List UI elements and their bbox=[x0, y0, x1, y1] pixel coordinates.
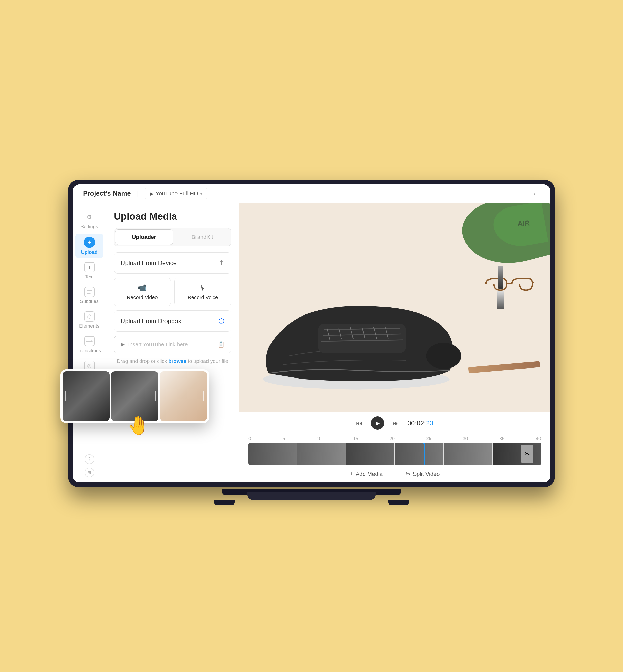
sidebar-item-upload[interactable]: + Upload bbox=[75, 234, 103, 258]
page-background: Project's Name | ▶ YouTube Full HD ▾ ← ⚙ bbox=[0, 0, 623, 672]
sidebar: ⚙ Settings + Upload T Text bbox=[73, 203, 106, 483]
sidebar-label-elements: Elements bbox=[79, 323, 99, 329]
youtube-icon: ▶ bbox=[121, 341, 125, 348]
sidebar-label-transitions: Transitions bbox=[77, 348, 101, 354]
laptop-screen: Project's Name | ▶ YouTube Full HD ▾ ← ⚙ bbox=[73, 184, 550, 483]
playback-bar: ⏮ ▶ ⏭ 00:02:23 bbox=[239, 412, 550, 434]
format-badge[interactable]: ▶ YouTube Full HD ▾ bbox=[145, 188, 207, 199]
sidebar-label-text: Text bbox=[85, 274, 94, 280]
sidebar-item-settings[interactable]: ⚙ Settings bbox=[75, 209, 103, 233]
sidebar-label-upload: Upload bbox=[81, 249, 97, 255]
upload-from-device-card[interactable]: Upload From Device ⬆ bbox=[114, 252, 231, 274]
tab-uploader[interactable]: Uploader bbox=[115, 230, 173, 245]
laptop-base bbox=[247, 492, 376, 500]
thumb-1 bbox=[62, 371, 110, 421]
text-icon: T bbox=[84, 262, 94, 273]
laptop-foot-left bbox=[214, 500, 235, 505]
dropbox-icon: ⬡ bbox=[218, 317, 225, 325]
youtube-link-card[interactable]: ▶ Insert YouTube Link here 📋 bbox=[114, 336, 231, 353]
record-video-icon: 📹 bbox=[138, 283, 147, 292]
scissors-marker: ✂ bbox=[521, 445, 533, 463]
chevron-down-icon: ▾ bbox=[200, 191, 202, 196]
project-name[interactable]: Project's Name bbox=[83, 189, 131, 197]
hand-cursor: 🤚 bbox=[127, 415, 149, 436]
sidebar-item-elements[interactable]: ⬡ Elements bbox=[75, 308, 103, 332]
tab-brandkit[interactable]: BrandKit bbox=[174, 228, 231, 246]
timeline-playhead bbox=[424, 442, 425, 465]
help-icon-button[interactable]: ? bbox=[85, 454, 94, 464]
split-icon: ✂ bbox=[406, 471, 410, 477]
format-icon: ▶ bbox=[150, 190, 153, 197]
youtube-placeholder: Insert YouTube Link here bbox=[128, 341, 214, 347]
record-video-label: Record Video bbox=[127, 295, 158, 300]
divider: | bbox=[137, 190, 139, 197]
upload-dropbox-card[interactable]: Upload From Dropbox ⬡ bbox=[114, 310, 231, 332]
drag-drop-text: Drag and drop or click browse to upload … bbox=[114, 358, 231, 364]
timeline-ruler: 0 5 10 15 20 25 30 35 40 bbox=[239, 434, 550, 442]
sidebar-item-text[interactable]: T Text bbox=[75, 259, 103, 283]
tab-row: Uploader BrandKit bbox=[114, 228, 231, 246]
topbar: Project's Name | ▶ YouTube Full HD ▾ ← bbox=[73, 184, 550, 203]
sidebar-item-transitions[interactable]: ⟷ Transitions bbox=[75, 333, 103, 357]
format-label: YouTube Full HD bbox=[155, 190, 198, 197]
record-row: 📹 Record Video 🎙 Record Voice bbox=[114, 278, 231, 306]
thumb-2 bbox=[111, 371, 158, 421]
record-voice-icon: 🎙 bbox=[199, 283, 206, 292]
subtitles-icon bbox=[84, 287, 94, 297]
upload-icon: + bbox=[84, 237, 95, 248]
time-highlight: 23 bbox=[426, 419, 434, 427]
timeline-track[interactable]: ✂ bbox=[248, 442, 541, 465]
browse-link[interactable]: browse bbox=[168, 358, 186, 364]
sunglasses bbox=[484, 276, 535, 302]
paste-icon: 📋 bbox=[217, 341, 225, 348]
svg-point-1 bbox=[426, 343, 462, 369]
back-button[interactable]: ← bbox=[532, 189, 540, 198]
upload-device-icon: ⬆ bbox=[218, 259, 225, 267]
split-video-button[interactable]: ✂ Split Video bbox=[400, 468, 445, 480]
sidebar-item-subtitles[interactable]: Subtitles bbox=[75, 284, 103, 307]
app-container: ⚙ Settings + Upload T Text bbox=[73, 203, 550, 483]
record-video-card[interactable]: 📹 Record Video bbox=[114, 278, 171, 306]
playback-controls: ⏮ ▶ ⏭ 00:02:23 0 5 10 bbox=[239, 412, 550, 483]
record-voice-label: Record Voice bbox=[187, 295, 218, 300]
skip-forward-button[interactable]: ⏭ bbox=[392, 419, 399, 427]
play-button[interactable]: ▶ bbox=[371, 417, 384, 430]
leather-strap bbox=[468, 361, 540, 373]
sidebar-label-subtitles: Subtitles bbox=[80, 299, 99, 304]
elements-icon: ⬡ bbox=[84, 311, 94, 322]
add-media-button[interactable]: + Add Media bbox=[345, 468, 388, 480]
record-voice-card[interactable]: 🎙 Record Voice bbox=[174, 278, 232, 306]
skip-back-button[interactable]: ⏮ bbox=[356, 419, 363, 427]
makeup-items bbox=[497, 266, 504, 309]
brand-logo: AIR bbox=[517, 219, 530, 228]
sneaker-main bbox=[245, 234, 479, 402]
thumb-3 bbox=[160, 371, 207, 421]
add-media-icon: + bbox=[350, 471, 353, 477]
laptop-foot-right bbox=[388, 500, 409, 505]
main-area: AIR ⏮ ▶ ⏭ 00:02:23 bbox=[239, 203, 550, 483]
transitions-icon: ⟷ bbox=[84, 336, 94, 346]
preview-canvas: AIR bbox=[239, 203, 550, 412]
time-display: 00:02:23 bbox=[407, 419, 433, 427]
grid-icon-button[interactable]: ⊞ bbox=[85, 468, 94, 477]
upload-panel: Upload Media Uploader BrandKit Upload Fr… bbox=[106, 203, 239, 483]
upload-from-device-label: Upload From Device bbox=[121, 259, 177, 267]
laptop-wrapper: Project's Name | ▶ YouTube Full HD ▾ ← ⚙ bbox=[68, 180, 555, 508]
settings-icon: ⚙ bbox=[84, 212, 94, 222]
laptop-body: Project's Name | ▶ YouTube Full HD ▾ ← ⚙ bbox=[68, 180, 555, 487]
action-bar: + Add Media ✂ Split Video bbox=[239, 465, 550, 483]
upload-dropbox-label: Upload From Dropbox bbox=[121, 317, 181, 325]
panel-title: Upload Media bbox=[114, 211, 231, 222]
sidebar-label-settings: Settings bbox=[81, 224, 98, 230]
